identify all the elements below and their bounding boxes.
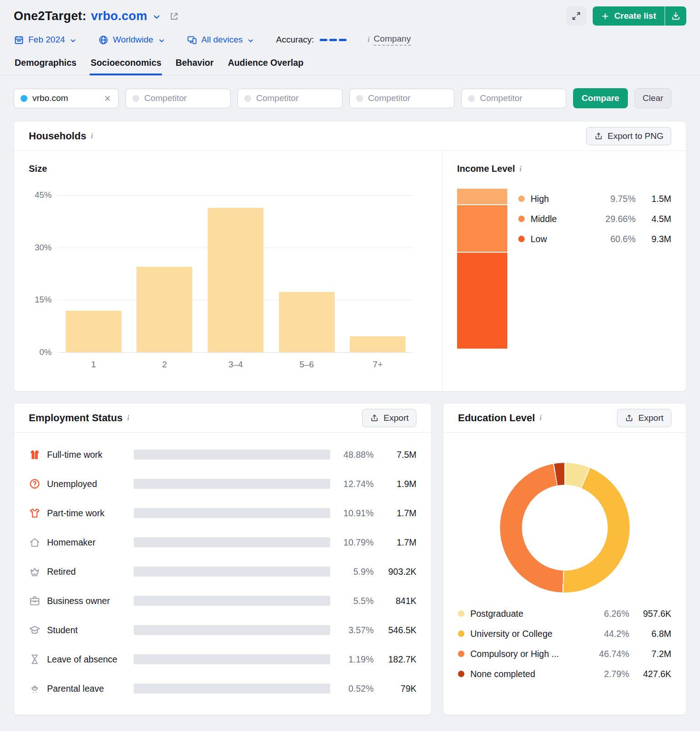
clear-button[interactable]: Clear (635, 88, 671, 108)
employment-export-button[interactable]: Export (362, 409, 416, 427)
employment-title: Employment Status (29, 412, 122, 424)
legend-value: 4.5M (636, 214, 671, 224)
chevron-down-icon (247, 37, 255, 45)
chevron-down-icon[interactable] (152, 12, 162, 22)
employment-row-unemployed: Unemployed 12.74% 1.9M (29, 469, 416, 498)
legend-label: Compulsory or High ... (470, 649, 559, 659)
employment-row-parental-leave: Parental leave 0.52% 79K (29, 674, 416, 703)
x-tick-label: 5–6 (271, 360, 342, 370)
create-list-label: Create list (614, 11, 656, 21)
size-bar-slot: 7+ (342, 195, 413, 352)
legend-percent: 44.2% (585, 629, 629, 639)
legend-percent: 2.79% (585, 669, 629, 679)
header: One2Target: vrbo.com Create list (14, 0, 686, 26)
education-title: Education Level (458, 412, 535, 424)
income-legend-row-high: High 9.75% 1.5M (518, 189, 671, 209)
chevron-down-icon (69, 37, 77, 45)
employment-value: 1.9M (374, 479, 416, 489)
legend-percent: 6.26% (585, 609, 629, 619)
size-bar-slot: 1 (58, 195, 129, 352)
x-tick-label: 1 (58, 360, 129, 370)
export-icon (594, 132, 603, 141)
competitor-input[interactable]: Competitor (126, 89, 231, 108)
info-icon[interactable]: i (91, 132, 93, 140)
compare-button[interactable]: Compare (573, 88, 628, 108)
export-to-png-button[interactable]: Export to PNG (586, 127, 672, 145)
employment-export-label: Export (384, 413, 409, 423)
legend-dot (518, 236, 525, 242)
tab-socioeconomics[interactable]: Socioeconomics (89, 56, 162, 75)
header-actions: Create list (566, 6, 686, 26)
education-export-button[interactable]: Export (617, 409, 671, 427)
competitor-input[interactable]: Competitor (237, 89, 342, 108)
competitor-input[interactable]: Competitor (349, 89, 454, 108)
legend-label: High (531, 194, 549, 204)
income-segment-high (457, 189, 507, 204)
legend-dot (518, 216, 525, 222)
income-legend: High 9.75% 1.5M Middle 29.66% 4.5M Low 6… (518, 189, 671, 349)
selected-domain-chip[interactable]: vrbo.com (14, 89, 119, 108)
page-title-domain[interactable]: vrbo.com (91, 9, 147, 23)
expand-button[interactable] (566, 6, 586, 26)
company-label: Company (374, 34, 411, 46)
income-legend-row-low: Low 60.6% 9.3M (518, 229, 671, 249)
legend-dot (458, 610, 464, 617)
info-icon[interactable]: i (520, 165, 521, 173)
export-icon (625, 413, 634, 423)
tab-audience-overlap[interactable]: Audience Overlap (227, 56, 305, 75)
income-segment-middle (457, 205, 507, 252)
legend-percent: 29.66% (605, 214, 636, 224)
y-tick-label: 15% (29, 295, 52, 305)
y-tick-label: 0% (29, 347, 52, 357)
employment-row-part-time-work: Part-time work 10.91% 1.7M (29, 498, 416, 528)
legend-value: 1.5M (636, 194, 671, 204)
legend-value: 6.8M (629, 629, 671, 639)
external-link-icon[interactable] (169, 11, 179, 21)
devices-label: All devices (201, 35, 243, 45)
competitor-dot (132, 95, 139, 102)
region-selector[interactable]: Worldwide (98, 35, 165, 45)
accuracy-dashes (320, 39, 347, 41)
employment-value: 546.5K (374, 625, 416, 636)
size-bar (137, 267, 192, 352)
info-icon[interactable]: i (127, 414, 129, 422)
employment-value: 1.7M (374, 508, 416, 519)
accuracy-label: Accuracy: (276, 35, 314, 45)
info-icon[interactable]: i (540, 414, 542, 422)
tab-demographics[interactable]: Demographics (14, 56, 77, 75)
devices-selector[interactable]: All devices (187, 35, 255, 45)
employment-bar-track (134, 567, 331, 577)
income-legend-row-middle: Middle 29.66% 4.5M (518, 209, 671, 229)
income-stacked-bar (457, 189, 507, 349)
size-bar (350, 336, 405, 352)
competitor-dot (356, 95, 363, 102)
create-list-button[interactable]: Create list (593, 6, 665, 26)
competitor-placeholder: Competitor (144, 93, 187, 103)
business-briefcase-icon (29, 595, 41, 607)
company-link[interactable]: i Company (368, 34, 411, 46)
legend-dot (458, 630, 464, 637)
x-tick-label: 3–4 (200, 360, 271, 370)
legend-dot (458, 671, 464, 677)
competitor-dot (244, 95, 251, 102)
education-body: Postgraduate 6.26% 957.6K University or … (443, 433, 686, 695)
compare-bar: vrbo.com Competitor Competitor Competito… (14, 88, 686, 108)
employment-header: Employment Status i Export (14, 403, 431, 433)
date-selector[interactable]: Feb 2024 (14, 35, 77, 45)
income-section: Income Level i High 9.75% 1.5M Middle 29… (442, 151, 686, 391)
devices-icon (187, 35, 197, 45)
close-icon[interactable] (103, 94, 112, 103)
selected-domain-label: vrbo.com (32, 93, 68, 103)
households-card: Households i Export to PNG Size 45%30%15… (14, 121, 686, 392)
download-button[interactable] (665, 6, 686, 26)
employment-label: Full-time work (47, 450, 134, 460)
income-title: Income Level i (457, 164, 671, 174)
legend-dot (518, 196, 525, 202)
size-bar-slot: 3–4 (200, 195, 271, 352)
legend-value: 7.2M (629, 649, 671, 659)
tab-behavior[interactable]: Behavior (174, 56, 214, 75)
accuracy-dash (320, 39, 327, 41)
employment-percent: 12.74% (330, 479, 374, 489)
competitor-input[interactable]: Competitor (461, 89, 566, 108)
region-label: Worldwide (113, 35, 153, 45)
